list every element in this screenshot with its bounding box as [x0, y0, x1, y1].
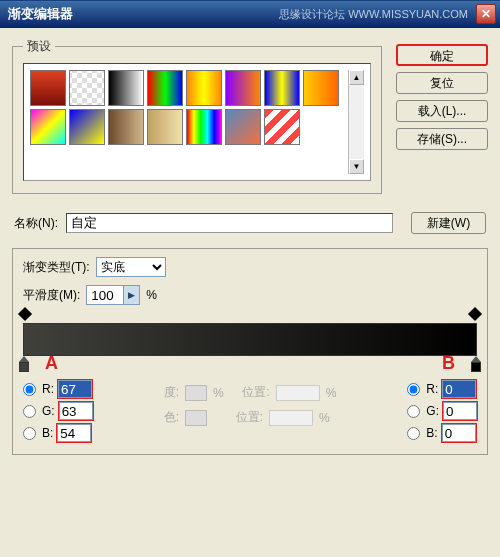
titlebar: 渐变编辑器 思缘设计论坛 WWW.MISSYUAN.COM ✕	[0, 0, 500, 28]
ok-button[interactable]: 确定	[396, 44, 488, 66]
right-r-input[interactable]	[442, 380, 476, 398]
presets-legend: 预设	[23, 38, 55, 55]
name-row: 名称(N): 新建(W)	[14, 212, 486, 234]
preset-swatch[interactable]	[147, 70, 183, 106]
marker-a-label: A	[45, 353, 58, 374]
opacity-stop-right[interactable]	[470, 309, 480, 321]
buttons-column: 确定 复位 载入(L)... 存储(S)...	[396, 38, 488, 208]
gradient-bar[interactable]	[23, 323, 477, 356]
watermark-text: 思缘设计论坛 WWW.MISSYUAN.COM	[279, 7, 468, 22]
opacity-swatch	[185, 385, 207, 401]
right-r-label: R:	[426, 382, 438, 396]
gradient-rail: A B	[23, 323, 477, 356]
pos2-label: 位置:	[236, 409, 263, 426]
preset-swatch[interactable]	[147, 109, 183, 145]
left-rgb-group: R: G: B:	[23, 380, 93, 442]
right-g-label: G:	[426, 404, 439, 418]
left-r-label: R:	[42, 382, 54, 396]
smoothness-input[interactable]	[87, 286, 123, 304]
right-b-input[interactable]	[442, 424, 476, 442]
name-input[interactable]	[66, 213, 393, 233]
gradient-fieldset: 渐变类型(T): 实底 平滑度(M): ▶ % A B	[12, 248, 488, 455]
right-g-radio[interactable]	[407, 405, 420, 418]
opacity-stop-left[interactable]	[20, 309, 30, 321]
preset-scroll: ▲ ▼	[23, 63, 371, 181]
color-stop-left[interactable]	[19, 356, 29, 372]
reset-button[interactable]: 复位	[396, 72, 488, 94]
opacity-dis-label: 度:	[164, 384, 179, 401]
preset-swatch[interactable]	[186, 109, 222, 145]
window-body: 预设 ▲ ▼ 确定 复位 载入(L)... 存储(S)... 名称(N): 新建…	[0, 28, 500, 485]
color-dis-label: 色:	[164, 409, 179, 426]
preset-swatch[interactable]	[264, 70, 300, 106]
left-b-input[interactable]	[57, 424, 91, 442]
preset-scrollbar[interactable]: ▲ ▼	[348, 70, 364, 174]
swatch-grid	[30, 70, 348, 145]
preset-swatch[interactable]	[108, 70, 144, 106]
preset-swatch[interactable]	[186, 70, 222, 106]
marker-b-label: B	[442, 353, 455, 374]
right-r-radio[interactable]	[407, 383, 420, 396]
left-g-radio[interactable]	[23, 405, 36, 418]
preset-swatch[interactable]	[303, 70, 339, 106]
name-label: 名称(N):	[14, 215, 58, 232]
save-button[interactable]: 存储(S)...	[396, 128, 488, 150]
right-b-label: B:	[426, 426, 437, 440]
disabled-mid-group: 度:% 位置:% 色: 位置:%	[164, 380, 337, 442]
close-icon[interactable]: ✕	[476, 4, 496, 24]
scroll-track[interactable]	[349, 85, 364, 159]
presets-fieldset: 预设 ▲ ▼	[12, 38, 382, 194]
gradient-type-select[interactable]: 实底	[96, 257, 166, 277]
gradient-type-label: 渐变类型(T):	[23, 259, 90, 276]
load-button[interactable]: 载入(L)...	[396, 100, 488, 122]
preset-swatch[interactable]	[225, 109, 261, 145]
preset-swatch[interactable]	[30, 70, 66, 106]
right-rgb-group: R: G: B:	[407, 380, 477, 442]
left-g-input[interactable]	[59, 402, 93, 420]
chevron-right-icon[interactable]: ▶	[123, 286, 139, 304]
stops-detail: R: G: B: 度:% 位置:% 色: 位置:% R: G: B:	[23, 380, 477, 442]
left-r-input[interactable]	[58, 380, 92, 398]
preset-swatch[interactable]	[108, 109, 144, 145]
color-stop-right[interactable]	[471, 356, 481, 372]
smoothness-label: 平滑度(M):	[23, 287, 80, 304]
pos1-label: 位置:	[242, 384, 269, 401]
preset-swatch[interactable]	[30, 109, 66, 145]
preset-swatch[interactable]	[225, 70, 261, 106]
left-b-radio[interactable]	[23, 427, 36, 440]
preset-swatch[interactable]	[69, 70, 105, 106]
scroll-down-icon[interactable]: ▼	[349, 159, 364, 174]
preset-swatch[interactable]	[264, 109, 300, 145]
scroll-up-icon[interactable]: ▲	[349, 70, 364, 85]
right-b-radio[interactable]	[407, 427, 420, 440]
left-r-radio[interactable]	[23, 383, 36, 396]
smoothness-stepper[interactable]: ▶	[86, 285, 140, 305]
window-title: 渐变编辑器	[4, 5, 279, 23]
percent-label: %	[146, 288, 157, 302]
color-swatch	[185, 410, 207, 426]
new-button[interactable]: 新建(W)	[411, 212, 486, 234]
right-g-input[interactable]	[443, 402, 477, 420]
left-b-label: B:	[42, 426, 53, 440]
preset-swatch[interactable]	[69, 109, 105, 145]
pos1-input	[276, 385, 320, 401]
pos2-input	[269, 410, 313, 426]
opacity-pct: %	[213, 386, 224, 400]
left-g-label: G:	[42, 404, 55, 418]
